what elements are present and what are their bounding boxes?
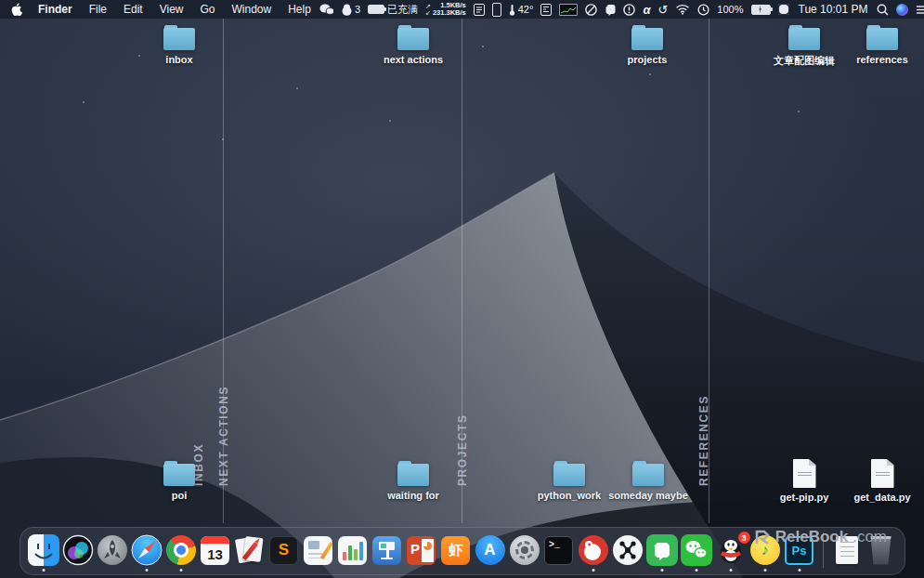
desktop-folder-poi[interactable]: poi xyxy=(135,461,224,501)
menu-edit[interactable]: Edit xyxy=(115,0,151,19)
pages-icon xyxy=(304,536,332,565)
calendar-icon: 13 xyxy=(201,536,229,565)
notification-center-icon[interactable] xyxy=(916,5,924,15)
numbers-icon xyxy=(338,536,367,565)
python-file-icon xyxy=(871,459,894,488)
desktop-folder-next-actions[interactable]: next actions xyxy=(369,25,458,65)
temperature-indicator[interactable]: 42° xyxy=(509,4,534,16)
folder-icon xyxy=(632,461,664,486)
dock-pages[interactable] xyxy=(303,533,334,567)
dock-xiami-music[interactable]: 虾 xyxy=(440,533,472,567)
dock-system-preferences[interactable] xyxy=(509,533,540,567)
folder-label: poi xyxy=(172,490,188,501)
dock-sublime-text[interactable]: S xyxy=(268,533,300,567)
python-file-icon xyxy=(793,459,816,488)
desktop-folder-waiting-for[interactable]: waiting for xyxy=(369,461,458,501)
desktop-folder-inbox[interactable]: inbox xyxy=(135,25,224,65)
dock-chrome[interactable] xyxy=(165,533,197,567)
dock-manuscript-app[interactable] xyxy=(234,533,266,567)
menu-clock[interactable]: Tue 10:01 PM xyxy=(797,3,870,16)
desktop-folder-references[interactable]: references xyxy=(838,25,924,65)
dock-keynote[interactable] xyxy=(371,533,403,567)
menu-window[interactable]: Window xyxy=(224,0,280,19)
qq-menu-icon[interactable]: 3 xyxy=(342,4,360,16)
menu-help[interactable]: Help xyxy=(280,0,319,19)
battery-full-icon xyxy=(368,5,384,14)
desktop-file-get-data[interactable]: get_data.py xyxy=(838,459,924,503)
menu-bar-status: 3 已充满 ↗↙ 1.5KB/s 231.3KB/s 42° xyxy=(319,2,924,17)
desktop-folder-python-work[interactable]: python_work xyxy=(525,461,614,501)
folder-icon xyxy=(788,25,820,50)
chrome-icon xyxy=(166,535,196,565)
network-speed-values: 1.5KB/s 231.3KB/s xyxy=(433,2,466,17)
wechat-menu-icon[interactable] xyxy=(319,4,334,15)
evernote-menu-icon[interactable] xyxy=(605,4,616,16)
dock-safari[interactable] xyxy=(131,533,163,567)
folder-icon xyxy=(553,461,585,486)
dock-launchpad[interactable] xyxy=(97,533,128,567)
manuscript-icon xyxy=(235,535,265,565)
dictionary-menu-icon[interactable] xyxy=(474,4,485,16)
qq-icon: 3 xyxy=(715,534,747,566)
menu-view[interactable]: View xyxy=(151,0,192,19)
time-machine-icon[interactable] xyxy=(697,4,709,16)
dock-bear[interactable] xyxy=(578,533,609,567)
cpu-graph-menu-icon[interactable] xyxy=(559,4,578,16)
folder-label: projects xyxy=(628,54,668,65)
network-speed-arrows: ↗↙ xyxy=(425,3,431,16)
battery-charging-icon[interactable] xyxy=(751,5,771,15)
apple-menu-icon[interactable] xyxy=(7,3,30,16)
iphone-menu-icon[interactable] xyxy=(492,3,501,17)
dock-evernote[interactable] xyxy=(646,533,678,567)
menu-go[interactable]: Go xyxy=(192,0,224,19)
calendar-day: 13 xyxy=(201,544,229,565)
battery-status-icon[interactable]: 已充满 xyxy=(368,3,418,17)
siri-icon[interactable] xyxy=(896,4,908,16)
restore-clock-icon[interactable]: ↺ xyxy=(657,4,668,16)
folder-label: inbox xyxy=(165,54,192,65)
download-speed: 231.3KB/s xyxy=(433,9,466,17)
menu-bar: Finder File Edit View Go Window Help 3 已… xyxy=(0,0,924,19)
watermark: ReleBook.com xyxy=(755,528,887,546)
folder-label: someday maybe xyxy=(608,490,688,501)
input-method-icon[interactable] xyxy=(778,4,789,15)
menu-file[interactable]: File xyxy=(81,0,115,19)
dock-app-store[interactable]: A xyxy=(475,533,506,567)
gear-icon xyxy=(510,535,540,565)
dock-numbers[interactable] xyxy=(337,533,369,567)
dock-siri[interactable] xyxy=(62,533,94,567)
watermark-text: ReleBook xyxy=(775,528,848,546)
desktop-folder-projects[interactable]: projects xyxy=(603,25,692,65)
spotlight-icon[interactable] xyxy=(877,4,889,16)
folder-label: references xyxy=(856,54,908,65)
terminal-icon: >_ xyxy=(544,536,573,565)
dock-calendar[interactable]: 13 xyxy=(200,533,231,567)
dock-qq[interactable]: 3 xyxy=(715,533,747,567)
watermark-suffix: .com xyxy=(852,528,887,546)
avira-menu-icon[interactable]: α xyxy=(643,3,650,17)
alert-circle-icon[interactable] xyxy=(623,4,635,16)
dock-terminal[interactable]: >_ xyxy=(543,533,575,567)
dock-mindmap-app[interactable] xyxy=(612,533,644,567)
battery-percent: 100% xyxy=(717,4,743,15)
dock-wechat[interactable] xyxy=(681,533,712,567)
folder-icon xyxy=(163,25,195,50)
temperature-text: 42° xyxy=(518,4,534,15)
folder-label: 文章配图编辑 xyxy=(774,54,835,68)
dock-finder[interactable] xyxy=(28,533,59,567)
battery-status-text: 已充满 xyxy=(387,3,418,17)
folder-icon xyxy=(397,25,429,50)
dock-powerpoint[interactable]: P xyxy=(406,533,437,567)
network-speed-indicator[interactable]: ↗↙ 1.5KB/s 231.3KB/s xyxy=(425,2,466,17)
folder-icon xyxy=(163,461,195,486)
wifi-icon[interactable] xyxy=(675,4,690,15)
desktop-folder-article-images[interactable]: 文章配图编辑 xyxy=(760,25,849,68)
folder-label: waiting for xyxy=(387,490,439,501)
desktop-folder-someday-maybe[interactable]: someday maybe xyxy=(604,461,693,501)
countdown-grid-icon[interactable] xyxy=(540,4,552,16)
desktop-file-get-pip[interactable]: get-pip.py xyxy=(760,459,849,503)
menu-app-name[interactable]: Finder xyxy=(30,0,81,19)
keynote-icon xyxy=(372,536,401,565)
do-not-disturb-icon[interactable] xyxy=(585,4,597,16)
file-label: get_data.py xyxy=(853,492,910,503)
